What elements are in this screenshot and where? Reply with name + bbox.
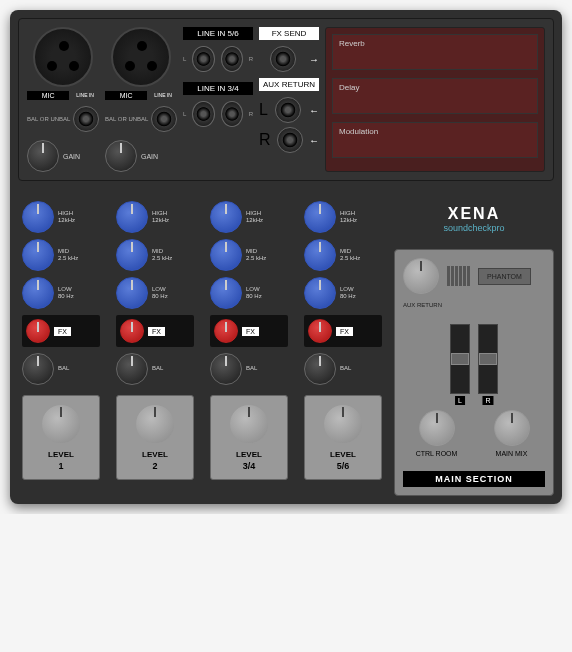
- level-knob[interactable]: [135, 404, 175, 444]
- eq-high-knob[interactable]: [304, 201, 336, 233]
- eq-low-knob[interactable]: [304, 277, 336, 309]
- fx-knob[interactable]: [26, 319, 50, 343]
- level-section: LEVEL 3/4: [210, 395, 288, 480]
- bal-knob[interactable]: [22, 353, 54, 385]
- arrow-left-icon: ←: [309, 135, 319, 146]
- line-jack-1[interactable]: [73, 106, 99, 132]
- line-34-l[interactable]: [192, 101, 214, 127]
- fx-label: FX: [242, 327, 259, 336]
- line-34-header: LINE IN 3/4: [183, 82, 253, 95]
- aux-return-r[interactable]: [277, 127, 303, 153]
- fx-knob[interactable]: [120, 319, 144, 343]
- effects-panel: Reverb Delay Modulation: [325, 27, 545, 172]
- bal-label: BAL OR UNBAL: [105, 116, 148, 122]
- bal-knob[interactable]: [210, 353, 242, 385]
- gain-label: GAIN: [141, 153, 158, 160]
- eq-mid-knob[interactable]: [22, 239, 54, 271]
- main-mix-knob[interactable]: [494, 410, 530, 446]
- main-section-label: MAIN SECTION: [403, 471, 545, 487]
- gain-label: GAIN: [63, 153, 80, 160]
- bal-label: BAL: [58, 365, 100, 372]
- channel-strip-1: HIGH12kHz MID2.5 kHz LOW80 Hz FX BAL LEV…: [22, 201, 100, 492]
- level-knob[interactable]: [323, 404, 363, 444]
- level-section: LEVEL 5/6: [304, 395, 382, 480]
- audio-mixer: MIC LINE IN BAL OR UNBAL GAIN MIC LINE I…: [10, 10, 562, 504]
- fx-label: FX: [336, 327, 353, 336]
- bal-knob[interactable]: [116, 353, 148, 385]
- fader-r[interactable]: R: [478, 324, 498, 394]
- channel-strips: HIGH12kHz MID2.5 kHz LOW80 Hz FX BAL LEV…: [18, 197, 386, 496]
- brand-name: XENA: [394, 205, 554, 223]
- channel-number: 2: [123, 461, 187, 471]
- gain-knob-1[interactable]: [27, 140, 59, 172]
- aux-return-knob[interactable]: [403, 258, 439, 294]
- main-box: PHANTOM AUX RETURN L R CTRL ROOM MAIN MI…: [394, 249, 554, 496]
- level-label: LEVEL: [123, 450, 187, 459]
- line-56-header: LINE IN 5/6: [183, 27, 253, 40]
- channel-number: 3/4: [217, 461, 281, 471]
- channel-strip-3: HIGH12kHz MID2.5 kHz LOW80 Hz FX BAL LEV…: [210, 201, 288, 492]
- io-panel: MIC LINE IN BAL OR UNBAL GAIN MIC LINE I…: [18, 18, 554, 181]
- eq-high-knob[interactable]: [116, 201, 148, 233]
- level-meter: [447, 266, 470, 286]
- ctrl-room-label: CTRL ROOM: [403, 450, 470, 457]
- fader-r-label: R: [482, 396, 493, 405]
- level-label: LEVEL: [311, 450, 375, 459]
- aux-return-header: AUX RETURN: [259, 78, 319, 91]
- eq-low-knob[interactable]: [210, 277, 242, 309]
- l-label: L: [259, 101, 268, 119]
- bal-knob[interactable]: [304, 353, 336, 385]
- level-knob[interactable]: [229, 404, 269, 444]
- eq-low-knob[interactable]: [116, 277, 148, 309]
- eq-mid-knob[interactable]: [210, 239, 242, 271]
- line-34-r[interactable]: [221, 101, 243, 127]
- xlr-input-1[interactable]: [33, 27, 93, 87]
- aux-return-l[interactable]: [275, 97, 301, 123]
- fx-aux-io: FX SEND → AUX RETURN L ← R ←: [259, 27, 319, 172]
- line-56-r[interactable]: [221, 46, 243, 72]
- eq-mid-knob[interactable]: [116, 239, 148, 271]
- fader-l[interactable]: L: [450, 324, 470, 394]
- reverb-button[interactable]: Reverb: [332, 34, 538, 70]
- eq-high-knob[interactable]: [22, 201, 54, 233]
- eq-low-knob[interactable]: [22, 277, 54, 309]
- bal-label: BAL OR UNBAL: [27, 116, 70, 122]
- fx-knob[interactable]: [214, 319, 238, 343]
- l-label: L: [183, 111, 186, 117]
- channel-number: 1: [29, 461, 93, 471]
- r-label: R: [249, 56, 253, 62]
- l-label: L: [183, 56, 186, 62]
- r-label: R: [259, 131, 271, 149]
- fx-label: FX: [54, 327, 71, 336]
- channel-strip-2: HIGH12kHz MID2.5 kHz LOW80 Hz FX BAL LEV…: [116, 201, 194, 492]
- bal-label: BAL: [152, 365, 194, 372]
- gain-knob-2[interactable]: [105, 140, 137, 172]
- delay-button[interactable]: Delay: [332, 78, 538, 114]
- bal-label: BAL: [340, 365, 382, 372]
- r-label: R: [249, 111, 253, 117]
- phantom-button[interactable]: PHANTOM: [478, 268, 531, 285]
- lower-panel: HIGH12kHz MID2.5 kHz LOW80 Hz FX BAL LEV…: [18, 197, 554, 496]
- line-jack-2[interactable]: [151, 106, 177, 132]
- brand-sub: soundcheckpro: [394, 223, 554, 233]
- fader-l-label: L: [455, 396, 465, 405]
- mic-label: MIC: [27, 91, 69, 100]
- arrow-right-icon: →: [309, 54, 319, 65]
- level-section: LEVEL 2: [116, 395, 194, 480]
- level-label: LEVEL: [217, 450, 281, 459]
- line-in-label: LINE IN: [71, 91, 99, 100]
- level-label: LEVEL: [29, 450, 93, 459]
- line-56-l[interactable]: [192, 46, 214, 72]
- eq-high-knob[interactable]: [210, 201, 242, 233]
- mic-label: MIC: [105, 91, 147, 100]
- fx-send-jack[interactable]: [270, 46, 296, 72]
- channel-strip-4: HIGH12kHz MID2.5 kHz LOW80 Hz FX BAL LEV…: [304, 201, 382, 492]
- modulation-button[interactable]: Modulation: [332, 122, 538, 158]
- level-knob[interactable]: [41, 404, 81, 444]
- bal-label: BAL: [246, 365, 288, 372]
- eq-mid-knob[interactable]: [304, 239, 336, 271]
- line-inputs: LINE IN 5/6 L R LINE IN 3/4 L R: [183, 27, 253, 172]
- ctrl-room-knob[interactable]: [419, 410, 455, 446]
- xlr-input-2[interactable]: [111, 27, 171, 87]
- fx-knob[interactable]: [308, 319, 332, 343]
